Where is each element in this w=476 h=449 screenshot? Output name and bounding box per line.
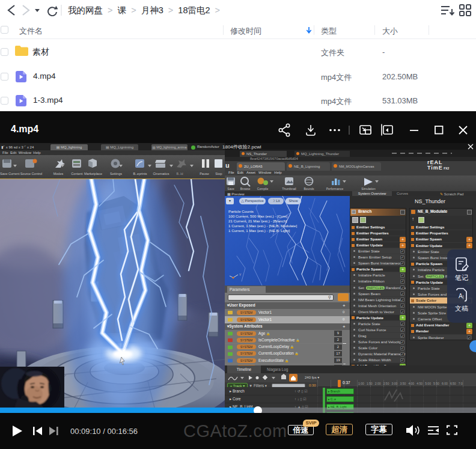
svg-text:A|: A| <box>459 293 464 299</box>
